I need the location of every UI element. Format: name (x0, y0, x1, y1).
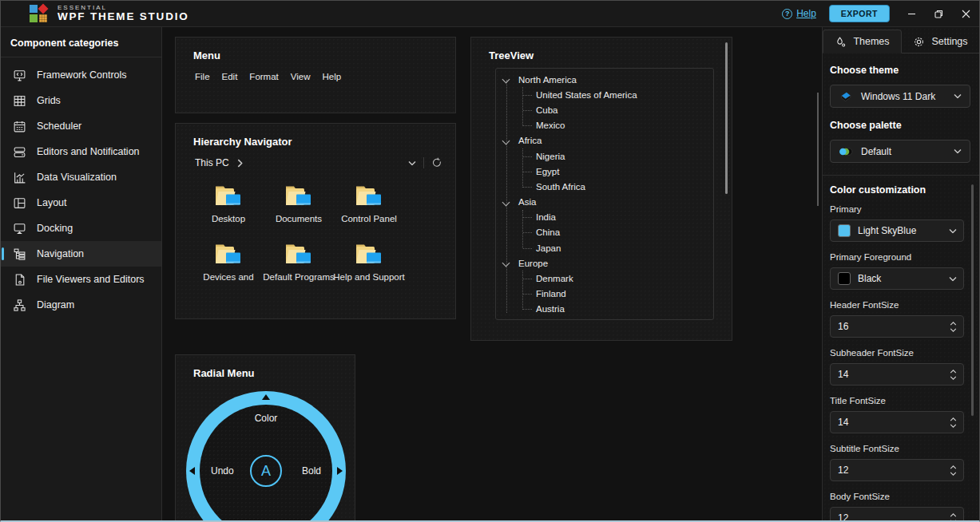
tree-item[interactable]: Finland (496, 287, 713, 302)
field-control[interactable]: 16 (830, 315, 964, 338)
field-control[interactable]: 12 (830, 459, 964, 481)
spinner-down-icon[interactable] (950, 376, 957, 380)
sidebar-item[interactable]: Diagram (1, 292, 161, 318)
spinner-down-icon[interactable] (950, 328, 957, 332)
spinner-down-icon[interactable] (950, 520, 957, 522)
tree-item[interactable]: Austria (496, 302, 713, 317)
menu-item[interactable]: View (291, 72, 311, 81)
sidebar-item[interactable]: Layout (1, 190, 161, 216)
tree-item[interactable]: Cuba (496, 102, 713, 117)
sidebar-item[interactable]: Data Visualization (1, 164, 161, 190)
tree-icon (13, 247, 26, 261)
expander-chevron-down-icon[interactable] (502, 136, 510, 144)
radial-item-bold[interactable]: Bold (302, 465, 321, 477)
tree-item[interactable]: South America (496, 317, 713, 320)
sidebar-item[interactable]: Editors and Notification (1, 139, 161, 164)
spinner-up-icon[interactable] (950, 513, 957, 517)
theme-dropdown[interactable]: Windows 11 Dark (830, 85, 970, 108)
tree-item[interactable]: India (496, 210, 713, 225)
field-control[interactable]: Black (830, 267, 964, 290)
tree-item[interactable]: Denmark (496, 271, 713, 286)
spinner-up-icon[interactable] (950, 322, 957, 326)
spinner-up-icon[interactable] (950, 417, 957, 421)
tree-item[interactable]: South Africa (496, 179, 713, 194)
menu-item[interactable]: Help (323, 72, 342, 81)
preview-area: Menu File Edit Format View Help Hierarch… (162, 27, 823, 520)
spinner-up-icon[interactable] (950, 465, 957, 469)
tree-item[interactable]: Japan (496, 240, 713, 255)
spinner-up-icon[interactable] (950, 370, 957, 374)
sidebar-item-label: Grids (37, 95, 61, 106)
folder-item[interactable]: Help and Support (334, 241, 404, 282)
tree-item-label: India (536, 212, 556, 222)
tab[interactable]: Settings (902, 30, 979, 53)
tree-item[interactable]: North America (496, 72, 713, 87)
expander-chevron-down-icon[interactable] (502, 198, 510, 206)
tree-item[interactable]: Africa (496, 133, 713, 148)
menu-item[interactable]: Edit (222, 72, 238, 81)
tree-item-label: South Africa (536, 182, 585, 192)
radial-arrow-right-icon[interactable] (337, 467, 343, 475)
right-sidebar-scrollbar[interactable] (971, 184, 974, 416)
divider (823, 175, 979, 176)
menu-panel: Menu File Edit Format View Help (175, 37, 456, 113)
folder-icon (282, 183, 315, 210)
sidebar-item-label: Navigation (37, 248, 84, 259)
folder-item[interactable]: Documents (264, 183, 334, 223)
spinner-down-icon[interactable] (950, 424, 957, 428)
tree-item[interactable]: Asia (496, 195, 713, 210)
tree-children-group: NigeriaEgyptSouth Africa (496, 148, 713, 195)
radial-arrow-left-icon[interactable] (189, 467, 195, 475)
field-control[interactable]: 14 (830, 411, 964, 433)
tree-item[interactable]: Egypt (496, 164, 713, 179)
breadcrumb[interactable]: This PC (195, 157, 229, 168)
radial-item-color[interactable]: Color (255, 413, 278, 424)
chevron-down-icon (949, 228, 957, 234)
radial-menu[interactable]: Color Undo Bold A (186, 391, 346, 522)
radial-menu-panel: Radial Menu Color Undo Bold A (175, 354, 355, 522)
expander-chevron-down-icon[interactable] (502, 76, 510, 84)
folder-item[interactable]: Default Programs (264, 241, 334, 282)
sidebar-item[interactable]: Grids (1, 88, 161, 113)
minimize-button[interactable] (898, 1, 925, 27)
chevron-down-icon (954, 93, 962, 99)
treeview-scrollbar[interactable] (725, 42, 728, 194)
divider (423, 157, 424, 168)
content-scrollbar[interactable] (817, 93, 819, 206)
export-button[interactable]: EXPORT (829, 5, 890, 22)
sidebar-item[interactable]: Docking (1, 216, 161, 241)
field-control[interactable]: Light SkyBlue (830, 219, 964, 242)
hierarchy-dropdown-chevron-icon[interactable] (408, 160, 416, 166)
tree-item[interactable]: Europe (496, 255, 713, 271)
refresh-icon[interactable] (431, 157, 442, 168)
folder-item[interactable]: Devices and (193, 241, 264, 282)
sidebar-item[interactable]: Navigation (1, 241, 161, 267)
restore-button[interactable] (925, 1, 952, 27)
palette-dropdown[interactable]: Default (830, 140, 970, 163)
radial-item-undo[interactable]: Undo (211, 465, 234, 477)
close-button[interactable] (952, 1, 979, 27)
tab[interactable]: Themes (823, 30, 902, 53)
tree-item[interactable]: United States of America (496, 87, 713, 102)
tree-item[interactable]: Mexico (496, 118, 713, 133)
expander-chevron-down-icon[interactable] (502, 259, 510, 267)
calendar-icon (13, 120, 26, 133)
tree-children-group: United States of AmericaCubaMexico (496, 87, 713, 133)
tree-item[interactable]: Nigeria (496, 148, 713, 164)
sidebar-item[interactable]: Framework Controls (1, 62, 161, 88)
menu-item[interactable]: File (195, 72, 210, 81)
radial-arrow-up-icon[interactable] (262, 394, 270, 400)
sidebar-item[interactable]: File Viewers and Editors (1, 267, 161, 292)
field-label: Title FontSize (830, 396, 970, 405)
tree-item[interactable]: China (496, 225, 713, 240)
field-control[interactable]: 14 (830, 363, 964, 386)
help-link[interactable]: ? Help (782, 8, 816, 19)
folder-item[interactable]: Control Panel (334, 183, 404, 223)
folder-item[interactable]: Desktop (193, 183, 264, 223)
sidebar-header: Component categories (1, 27, 161, 57)
menu-item[interactable]: Format (249, 72, 278, 81)
spinner-down-icon[interactable] (950, 472, 957, 476)
field-control[interactable]: 12 (830, 507, 964, 522)
sidebar-item[interactable]: Scheduler (1, 113, 161, 139)
radial-center-button[interactable]: A (250, 455, 282, 487)
